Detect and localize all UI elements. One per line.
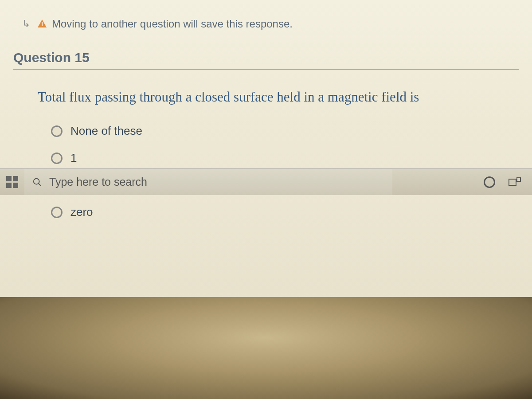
cortana-icon[interactable]: [484, 176, 495, 188]
below-screen-area: [0, 297, 532, 399]
search-icon: [32, 177, 42, 187]
taskbar-search[interactable]: Type here to search: [24, 169, 392, 195]
radio-icon[interactable]: [51, 125, 63, 137]
svg-line-3: [39, 183, 41, 186]
warning-triangle-icon: [37, 19, 47, 29]
save-warning-row: ↳ Moving to another question will save t…: [22, 18, 523, 30]
option-row[interactable]: None of these: [51, 124, 523, 138]
option-label: 1: [70, 151, 77, 165]
windows-taskbar: Type here to search: [0, 168, 532, 195]
content-area: ↳ Moving to another question will save t…: [0, 0, 532, 241]
question-title: Question 15: [13, 50, 519, 70]
svg-rect-0: [42, 22, 43, 25]
quiz-screen: ↳ Moving to another question will save t…: [0, 0, 532, 297]
option-row[interactable]: zero: [51, 205, 523, 219]
option-label: None of these: [70, 124, 142, 138]
question-prompt: Total flux passing through a closed surf…: [38, 87, 514, 106]
svg-rect-1: [42, 25, 43, 26]
start-button[interactable]: [0, 169, 24, 196]
option-label: zero: [70, 205, 93, 219]
windows-logo-icon: [6, 176, 18, 188]
warning-text: Moving to another question will save thi…: [52, 18, 293, 30]
task-view-icon[interactable]: [509, 177, 521, 187]
search-placeholder: Type here to search: [49, 176, 147, 188]
radio-icon[interactable]: [51, 153, 63, 164]
option-row[interactable]: 1: [51, 151, 523, 165]
taskbar-tray: [473, 176, 532, 188]
svg-point-2: [34, 178, 39, 184]
radio-icon[interactable]: [51, 207, 63, 218]
breadcrumb-arrow-icon: ↳: [22, 18, 30, 30]
